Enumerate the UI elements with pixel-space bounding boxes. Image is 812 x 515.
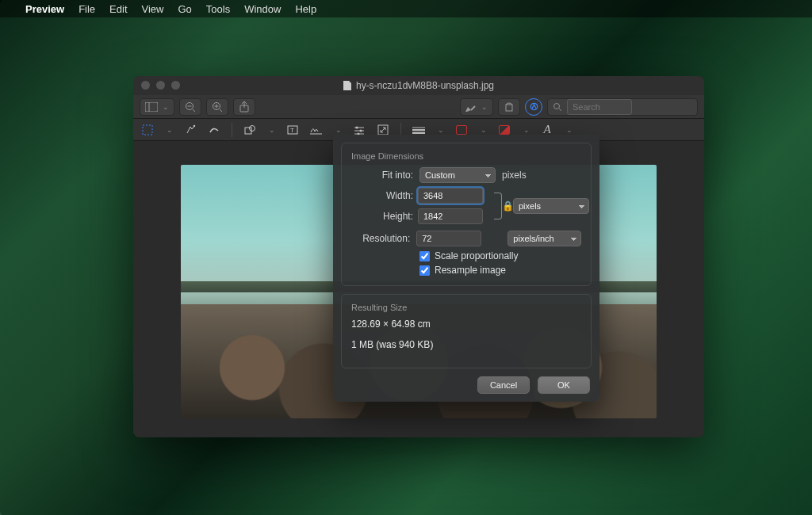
cancel-button[interactable]: Cancel	[477, 376, 530, 394]
selection-tool-button[interactable]	[141, 124, 154, 136]
chevron-down-icon: ⌄	[167, 126, 173, 134]
svg-point-15	[554, 103, 560, 109]
chevron-down-icon: ⌄	[163, 103, 169, 111]
menu-file[interactable]: File	[79, 3, 95, 15]
resulting-size-panel: Resulting Size 128.69 × 64.98 cm 1 MB (w…	[341, 294, 592, 368]
fit-into-select[interactable]: Custom	[419, 167, 496, 183]
chevron-down-icon: ⌄	[481, 126, 487, 134]
menu-window[interactable]: Window	[244, 3, 281, 15]
chevron-down-icon: ⌄	[438, 126, 444, 134]
menu-edit[interactable]: Edit	[109, 3, 127, 15]
instant-alpha-button[interactable]	[184, 124, 197, 136]
sidebar-toggle-button[interactable]: ⌄	[140, 98, 174, 116]
svg-rect-13	[506, 105, 512, 111]
svg-rect-0	[145, 102, 158, 112]
chevron-down-icon: ⌄	[566, 126, 573, 134]
resolution-label: Resolution:	[351, 233, 410, 244]
share-button[interactable]	[233, 98, 255, 116]
chevron-down-icon: ⌄	[481, 103, 488, 111]
svg-line-6	[220, 109, 222, 112]
fit-into-unit: pixels	[502, 170, 527, 181]
svg-line-12	[471, 106, 475, 110]
menu-help[interactable]: Help	[295, 3, 316, 15]
resulting-dimensions: 128.69 × 64.98 cm	[351, 319, 581, 330]
svg-point-20	[250, 125, 255, 131]
image-dimensions-panel: Image Dimensions Fit into: Custom pixels…	[341, 143, 592, 286]
minimize-button[interactable]	[156, 81, 165, 90]
scale-proportionally-checkbox[interactable]	[419, 251, 430, 261]
resulting-filesize: 1 MB (was 940 KB)	[351, 339, 581, 350]
search-icon	[553, 102, 562, 112]
height-label: Height:	[351, 211, 413, 222]
link-bracket	[494, 193, 502, 219]
lock-icon[interactable]: 🔒	[502, 200, 514, 212]
svg-marker-11	[465, 107, 471, 112]
menu-tools[interactable]: Tools	[206, 3, 230, 15]
zoom-button[interactable]	[171, 81, 180, 90]
dimension-unit-select[interactable]: pixels	[513, 198, 589, 214]
svg-rect-17	[143, 125, 152, 135]
resolution-unit-select[interactable]: pixels/inch	[508, 231, 581, 246]
document-icon	[343, 81, 351, 90]
svg-line-16	[559, 109, 561, 111]
zoom-out-button[interactable]	[179, 98, 201, 116]
sign-button[interactable]	[310, 124, 323, 136]
menu-view[interactable]: View	[142, 3, 164, 15]
sketch-button[interactable]	[208, 124, 220, 136]
toolbar: ⌄ ⌄	[133, 95, 704, 119]
menu-go[interactable]: Go	[178, 3, 191, 15]
resolution-input[interactable]	[416, 231, 481, 246]
divider	[232, 123, 232, 137]
svg-line-3	[193, 109, 195, 112]
ok-button[interactable]: OK	[538, 376, 590, 394]
rotate-button[interactable]	[498, 98, 520, 116]
highlight-button[interactable]: ⌄	[460, 98, 493, 116]
svg-text:T: T	[290, 127, 294, 134]
resample-image-checkbox[interactable]	[419, 265, 430, 276]
panel-title: Image Dimensions	[351, 151, 581, 161]
chevron-down-icon: ⌄	[523, 126, 530, 134]
titlebar[interactable]: hy-s-nczu1dvM8B8-unsplash.jpg	[133, 76, 704, 95]
svg-point-27	[356, 126, 358, 128]
width-input[interactable]	[418, 188, 483, 204]
window-title: hy-s-nczu1dvM8B8-unsplash.jpg	[356, 80, 494, 91]
scale-proportionally-label: Scale proportionally	[435, 250, 518, 261]
svg-point-18	[193, 124, 195, 126]
svg-point-28	[360, 129, 362, 132]
markup-toggle-button[interactable]	[525, 98, 542, 116]
adjust-size-sheet: Image Dimensions Fit into: Custom pixels…	[333, 135, 599, 402]
width-label: Width:	[351, 190, 413, 201]
close-button[interactable]	[141, 81, 150, 90]
chevron-down-icon: ⌄	[335, 126, 342, 134]
svg-line-31	[381, 128, 385, 132]
resulting-size-title: Resulting Size	[351, 303, 581, 312]
text-button[interactable]: T	[286, 124, 299, 136]
height-input[interactable]	[418, 208, 483, 224]
shapes-button[interactable]	[243, 124, 256, 136]
search-input[interactable]	[567, 99, 632, 115]
search-field[interactable]	[547, 98, 698, 116]
menubar: Preview File Edit View Go Tools Window H…	[0, 0, 812, 17]
resample-image-label: Resample image	[435, 265, 506, 276]
traffic-lights	[141, 81, 180, 90]
fit-into-label: Fit into:	[351, 170, 413, 181]
app-menu[interactable]: Preview	[25, 3, 64, 15]
chevron-down-icon: ⌄	[269, 126, 275, 134]
zoom-in-button[interactable]	[206, 98, 228, 116]
